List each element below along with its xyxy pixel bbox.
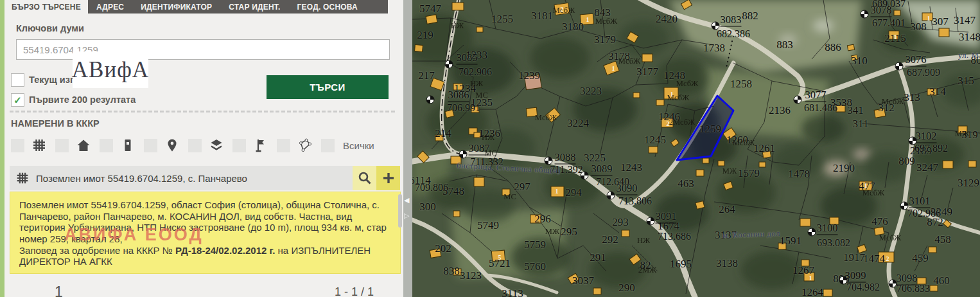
- watermark-logo: АВифА: [73, 51, 148, 88]
- result-row[interactable]: Поземлен имот 55419.6704.1259, с. Панчар…: [10, 166, 400, 190]
- object-type-filter-row: Всички: [11, 135, 374, 156]
- check-icon: ✓: [13, 95, 22, 105]
- tab-4[interactable]: ГЕОД. ОСНОВА: [289, 0, 366, 14]
- panel-scrollbar[interactable]: [398, 194, 402, 228]
- expand-panel-icon[interactable]: ▷: [404, 212, 409, 219]
- parcel-detail-box: Поземлен имот 55419.6704.1259, област Со…: [10, 192, 401, 274]
- filter-checkbox-point-pin[interactable]: [144, 139, 157, 152]
- tab-3[interactable]: СТАР ИДЕНТ.: [220, 0, 288, 14]
- search-button[interactable]: ТЪРСИ: [267, 75, 389, 99]
- layers-icon: [209, 138, 224, 153]
- page-range: 1 - 1 / 1: [335, 285, 374, 297]
- polygon-icon: [297, 138, 313, 153]
- filter-checkbox-flag[interactable]: [232, 139, 246, 152]
- building-house-icon: [76, 138, 91, 153]
- collapse-panel-icon[interactable]: ◀: [404, 197, 409, 204]
- dashed-separator: [10, 111, 395, 113]
- current-view-checkbox[interactable]: [11, 73, 24, 87]
- filter-checkbox-parcel-grid[interactable]: [11, 139, 24, 152]
- satellite-map-canvas: [412, 0, 980, 297]
- tab-1[interactable]: АДРЕС: [88, 0, 132, 14]
- keywords-label: Ключови думи: [16, 23, 84, 33]
- first-200-checkbox[interactable]: ✓: [11, 93, 24, 107]
- point-pin-icon: [164, 138, 180, 153]
- cadastre-app: БЪРЗО ТЪРСЕНЕАДРЕСИДЕНТИФИКАТОРСТАР ИДЕН…: [0, 0, 980, 297]
- filter-checkbox-polygon[interactable]: [277, 139, 290, 152]
- result-title: Поземлен имот 55419.6704.1259, с. Панчар…: [36, 173, 247, 184]
- parcel-grid-icon: [31, 138, 47, 153]
- filter-checkbox-object-door[interactable]: [100, 139, 113, 152]
- tab-0[interactable]: БЪРЗО ТЪРСЕНЕ: [4, 0, 88, 14]
- search-panel: БЪРЗО ТЪРСЕНЕАДРЕСИДЕНТИФИКАТОРСТАР ИДЕН…: [0, 0, 403, 297]
- detail-text: Поземлен имот 55419.6704.1259, област Со…: [19, 199, 387, 244]
- page-number[interactable]: 1: [55, 284, 63, 297]
- object-door-icon: [120, 138, 136, 153]
- first-200-label: Първите 200 резултата: [29, 94, 136, 105]
- results-section-title: НАМЕРЕНИ В КККР: [11, 118, 100, 129]
- filter-all-label: Всички: [343, 140, 374, 151]
- filter-checkbox-building-house[interactable]: [55, 139, 69, 152]
- parcel-grid-icon: [15, 171, 30, 185]
- filter-checkbox-all[interactable]: [321, 139, 335, 152]
- panel-collapse-divider: ◀ ▷: [403, 0, 412, 297]
- add-to-selection-button[interactable]: [376, 166, 400, 190]
- tab-bar: БЪРЗО ТЪРСЕНЕАДРЕСИДЕНТИФИКАТОРСТАР ИДЕН…: [4, 0, 388, 14]
- order-text-prefix: Заповед за одобрение на КККР №: [19, 245, 175, 256]
- filter-checkbox-layers[interactable]: [188, 139, 202, 152]
- order-number: РД-18-24/02.02.2012 г.: [175, 245, 275, 256]
- zoom-to-result-button[interactable]: [353, 166, 376, 190]
- flag-icon: [253, 138, 268, 153]
- tab-2[interactable]: ИДЕНТИФИКАТОР: [132, 0, 220, 14]
- map-viewport[interactable]: 5747219123321712341235214123612551239318…: [412, 0, 980, 297]
